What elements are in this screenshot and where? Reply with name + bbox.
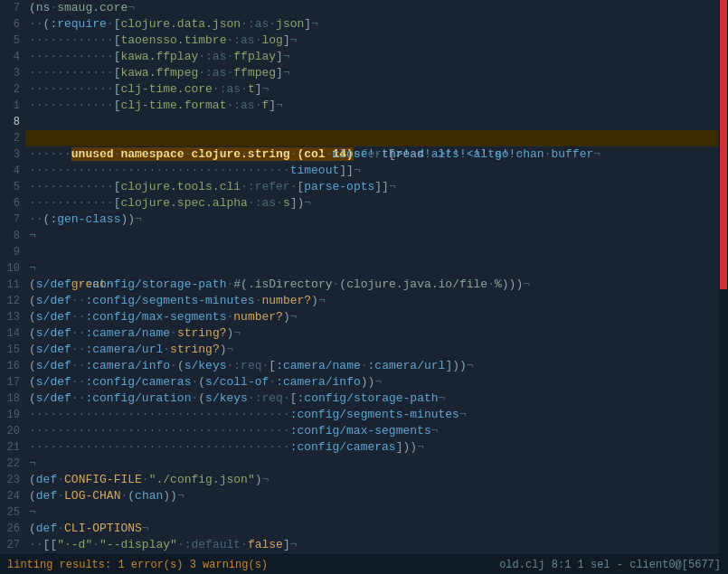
- code-line-22: ¬: [25, 456, 719, 472]
- code-line-error-inline: unused namespace clojure.string (col 14)…: [25, 130, 719, 146]
- line-num-18: 18: [0, 391, 20, 407]
- code-line-2: ············[clj-time.core·:as·t]¬: [25, 81, 719, 98]
- code-line-28: ···············["-c"·"--config-path PATH…: [25, 553, 719, 554]
- line-num-10: 10: [0, 260, 20, 277]
- code-line-1: ············[clj-time.format·:as·f]¬: [25, 98, 719, 114]
- line-num-23: 23: [0, 472, 20, 488]
- code-line-27: ··[["·-d"·"--display"·:default·false]¬: [25, 537, 719, 553]
- code-line-4: ············[kawa.ffplay·:as·ffplay]¬: [25, 49, 719, 65]
- code-line-c6: ············[clojure.spec.alpha·:as·s])¬: [25, 195, 719, 212]
- line-num-4: 4: [0, 49, 20, 65]
- line-num-25: 25: [0, 504, 20, 521]
- code-line-14: (s/def··:camera/name·string?)¬: [25, 325, 719, 342]
- code-line-26: (def·CLI-OPTIONS¬: [25, 521, 719, 537]
- code-line-c7: ··(:gen-class))¬: [25, 212, 719, 228]
- line-num-22: 22: [0, 456, 20, 472]
- line-num-6: 6: [0, 16, 20, 33]
- line-num-6b: 6: [0, 195, 20, 212]
- code-line-10: ¬: [25, 260, 719, 277]
- code-line-20: ·····································:co…: [25, 423, 719, 439]
- line-num-14: 14: [0, 325, 20, 342]
- line-num-1: 1: [0, 98, 20, 114]
- code-line-13: (s/def··:config/max-segments·number?)¬: [25, 309, 719, 325]
- code-line-18: (s/def··:config/uration·(s/keys·:req·[:c…: [25, 391, 719, 407]
- code-line-21: ·····································:co…: [25, 439, 719, 456]
- line-num-17: 17: [0, 374, 20, 391]
- code-line-c4: ·····································tim…: [25, 163, 719, 179]
- code-line-5: ············[taoensso.timbre·:as·log]¬: [25, 33, 719, 49]
- line-num-8b: 8: [0, 228, 20, 244]
- scrollbar-area[interactable]: [719, 0, 728, 554]
- code-line-7: (ns·smaug.core¬: [25, 0, 719, 16]
- scrollbar-thumb[interactable]: [720, 0, 727, 289]
- code-line-15: (s/def··:camera/url·string?)¬: [25, 342, 719, 358]
- line-num-20: 20: [0, 423, 20, 439]
- code-line-c3: ········································…: [25, 146, 719, 163]
- code-line-16: (s/def··:camera/info·(s/keys·:req·[:came…: [25, 358, 719, 374]
- line-num-3b: 3: [0, 146, 20, 163]
- code-line-24: (def·LOG-CHAN·(chan))¬: [25, 488, 719, 504]
- line-num-19: 19: [0, 407, 20, 423]
- line-num-16: 16: [0, 358, 20, 374]
- line-num-2: 2: [0, 81, 20, 98]
- line-num-26: 26: [0, 521, 20, 537]
- code-line-23: (def·CONFIG-FILE·"./config.json")¬: [25, 472, 719, 488]
- code-line-c5: ············[clojure.tools.cli·:refer·[p…: [25, 179, 719, 195]
- line-num-13: 13: [0, 309, 20, 325]
- code-content[interactable]: (ns·smaug.core¬ ··(:require·[clojure.dat…: [25, 0, 719, 554]
- code-line-9: great¬: [25, 244, 719, 260]
- line-num-3: 3: [0, 65, 20, 81]
- code-line-12: (s/def··:config/segments-minutes·number?…: [25, 293, 719, 309]
- editor-area: 7 6 5 4 3 2 1 8 2 3 4 5 6 7 8 9 10 11 12…: [0, 0, 728, 554]
- line-num-7b: 7: [0, 212, 20, 228]
- line-num-12: 12: [0, 293, 20, 309]
- line-num-9: 9: [0, 244, 20, 260]
- code-line-c8: ¬: [25, 228, 719, 244]
- line-num-15: 15: [0, 342, 20, 358]
- code-line-17: (s/def··:config/cameras·(s/coll-of·:came…: [25, 374, 719, 391]
- line-num-28: 28: [0, 553, 20, 554]
- line-num-7: 7: [0, 0, 20, 16]
- code-line-19: ·····································:co…: [25, 407, 719, 423]
- line-num-24: 24: [0, 488, 20, 504]
- code-line-11: (s/def··:config/storage-path·#(.isDirect…: [25, 277, 719, 293]
- line-num-2b: 2: [0, 130, 20, 146]
- line-num-5b: 5: [0, 179, 20, 195]
- status-linting-results: linting results: 1 error(s) 3 warning(s): [7, 559, 268, 571]
- line-num-4b: 4: [0, 163, 20, 179]
- line-numbers: 7 6 5 4 3 2 1 8 2 3 4 5 6 7 8 9 10 11 12…: [0, 0, 25, 554]
- line-num-21: 21: [0, 439, 20, 456]
- line-num-27: 27: [0, 537, 20, 553]
- code-line-25: ¬: [25, 504, 719, 521]
- code-line-8-selected: ············[clojure.string·:as·st]¬: [25, 114, 719, 130]
- line-num-8: 8: [0, 114, 20, 130]
- line-num-5: 5: [0, 33, 20, 49]
- code-line-6: ··(:require·[clojure.data.json·:as·json]…: [25, 16, 719, 33]
- line-num-11: 11: [0, 277, 20, 293]
- code-line-3: ············[kawa.ffmpeg·:as·ffmpeg]¬: [25, 65, 719, 81]
- status-bar: linting results: 1 error(s) 3 warning(s)…: [0, 554, 728, 574]
- status-cursor-info: old.clj 8:1 1 sel - client0@[5677]: [499, 559, 721, 571]
